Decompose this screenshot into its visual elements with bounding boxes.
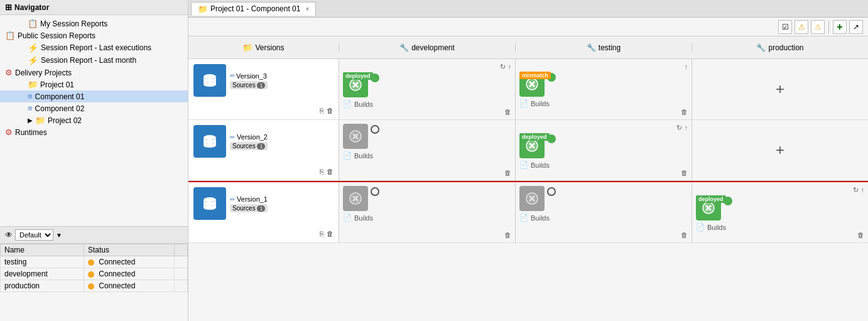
dropdown-arrow-icon[interactable]: ▼ [56,232,62,239]
col-header-status: Status [84,244,174,256]
deploy-wrench-icon-gray [343,186,368,211]
env-cell-v2-prod: + [692,120,868,180]
env-cell-v3-dev: ↻ ↑ [339,59,516,119]
builds-icon: 📄 [519,161,528,169]
sidebar-item-label: My Session Reports [40,19,107,28]
sidebar-item-label: Delivery Projects [15,68,72,77]
component-icon2: ≡ [28,104,33,113]
version-delete-button[interactable]: 🗑 [327,107,334,114]
delete-deploy-icon[interactable]: 🗑 [857,231,864,239]
delete-deploy-icon[interactable]: 🗑 [681,108,688,116]
version-cell-v2: ✏ Version_2 Sources 1 ⎘ 🗑 [188,120,339,180]
toolbar-btn-export[interactable]: ↗ [849,20,863,34]
toolbar-btn-warn2[interactable]: ⚠ [811,20,825,34]
status-dot-indicator-empty [371,125,379,134]
test-env-icon: 🔧 [587,43,596,52]
toolbar-btn-add[interactable]: + [833,20,847,34]
dev-env-icon: 🔧 [399,43,409,52]
tab-project-component[interactable]: 📁 Project 01 - Component 01 × [191,2,316,16]
sidebar-item-component-01[interactable]: ≡ Component 01 [0,90,188,102]
sidebar-item-label: Project 02 [48,116,82,125]
env-cell-v3-test: ↑ [516,59,692,119]
refresh-icon[interactable]: ↻ [853,186,859,194]
refresh-icon[interactable]: ↻ [676,124,682,132]
status-text: Connected [99,269,135,278]
expand-icon: ▶ [28,117,33,124]
toolbar: ☑ ⚠ ⚠ + ↗ [188,18,868,36]
status-table: Name Status testing Connected [0,244,188,321]
deploy-wrench-icon-gray [343,124,368,149]
deployed-badge: deployed [696,195,726,203]
add-deployment-button[interactable]: + [696,124,864,177]
upload-icon[interactable]: ↑ [508,63,512,71]
sidebar-item-session-last-exec[interactable]: ⚡ Session Report - Last executions [0,41,188,54]
version-copy-button[interactable]: ⎘ [320,107,324,114]
row-action [174,256,187,268]
navigator-header: ⊞ Navigator [0,0,188,15]
sidebar-item-component-02[interactable]: ≡ Component 02 [0,102,188,114]
grid-row: ✏ Version_1 Sources 1 ⎘ 🗑 [188,182,868,243]
deployed-badge: deployed [343,72,373,80]
builds-icon: 📄 [696,223,705,231]
sidebar-item-delivery-projects[interactable]: ⚙ Delivery Projects [0,67,188,79]
col-headers: 📁 Versions 🔧 development 🔧 testing 🔧 pro… [188,36,868,59]
env-cell-v1-prod: ↻ ↑ [692,182,868,242]
version-copy-button[interactable]: ⎘ [320,168,324,175]
upload-icon[interactable]: ↑ [685,124,688,132]
sidebar-item-my-session-reports[interactable]: 📋 My Session Reports [0,18,188,30]
row-action [174,268,187,280]
env-cell-v1-dev: 📄 Builds 🗑 [339,182,516,242]
version-delete-button[interactable]: 🗑 [327,168,334,175]
row-status: Connected [84,268,174,280]
version-db-icon [193,187,226,220]
status-dot-indicator-empty [547,187,556,196]
view-dropdown[interactable]: Default [15,229,53,241]
status-dot-icon [88,283,94,290]
refresh-icon[interactable]: ↻ [500,63,506,71]
builds-icon: 📄 [519,99,528,107]
upload-icon[interactable]: ↑ [685,63,688,70]
svg-point-10 [203,197,216,202]
deploy-wrench-icon-gray [519,186,545,211]
version-delete-button[interactable]: 🗑 [327,230,334,237]
delete-deploy-icon[interactable]: 🗑 [504,169,511,177]
folder-icon2: 📁 [35,116,45,125]
svg-point-9 [531,144,533,147]
sidebar-item-public-session-reports[interactable]: 📋 Public Session Reports [0,30,188,41]
version-copy-button[interactable]: ⎘ [320,230,324,237]
status-dot-icon [88,271,94,278]
delete-deploy-icon[interactable]: 🗑 [681,231,688,239]
sidebar-item-runtimes[interactable]: ⚙ Runtimes [0,126,188,138]
delete-deploy-icon[interactable]: 🗑 [504,108,511,116]
sidebar-item-project-02[interactable]: ▶ 📁 Project 02 [0,114,188,126]
row-action [174,280,187,292]
col-header-test: 🔧 testing [516,43,692,52]
version-name: Version_2 [237,133,268,141]
tab-close-button[interactable]: × [305,6,309,13]
svg-point-2 [354,84,357,86]
env-cell-v1-test: 📄 Builds 🗑 [516,182,692,242]
svg-point-7 [354,135,357,138]
deployed-badge: deployed [519,133,550,141]
delete-deploy-icon[interactable]: 🗑 [681,169,688,177]
version-db-icon [193,64,226,97]
builds-label: Builds [354,214,373,222]
eye-icon: 👁 [5,231,13,239]
toolbar-btn-check[interactable]: ☑ [778,20,792,34]
version-sources: Sources 1 [230,80,268,89]
lightning-icon2: ⚡ [28,55,38,65]
env-cell-v2-dev: 📄 Builds 🗑 [339,120,516,180]
test-env-label: testing [599,43,621,52]
toolbar-btn-warn1[interactable]: ⚠ [795,20,808,34]
add-deployment-button[interactable]: + [696,63,864,116]
sidebar-item-project-01[interactable]: 📁 Project 01 [0,79,188,90]
upload-icon[interactable]: ↑ [861,186,865,194]
main-content: 📁 Versions 🔧 development 🔧 testing 🔧 pro… [188,36,868,321]
env-cell-v2-test: ↻ ↑ [516,120,692,180]
reports-icon: 📋 [28,19,38,28]
bottom-section: 👁 Default ▼ Name Status [0,227,188,321]
delete-deploy-icon[interactable]: 🗑 [504,231,511,239]
sidebar-item-session-last-month[interactable]: ⚡ Session Report - Last month [0,54,188,67]
table-row: testing Connected [1,256,188,268]
tab-folder-icon: 📁 [198,4,208,14]
